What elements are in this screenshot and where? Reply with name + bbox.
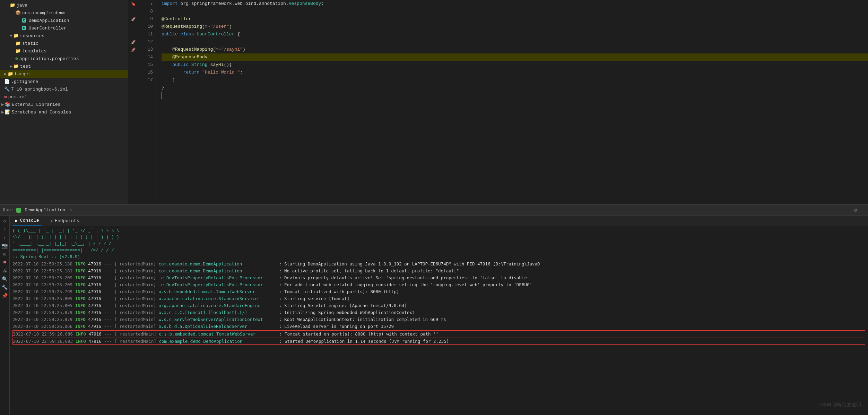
gutter-empty — [128, 31, 139, 38]
sidebar-item-target[interactable]: ▶ 📁 target — [0, 70, 128, 78]
sidebar-item-user-controller[interactable]: C UserController — [0, 24, 128, 32]
sidebar-item-label: UserController — [29, 26, 67, 31]
sidebar-item-templates[interactable]: 📁 templates — [0, 47, 128, 55]
endpoint-icon: ⚡ — [50, 218, 53, 224]
folder-icon: 📁 — [8, 71, 13, 77]
wrench-button[interactable]: 🔧 — [1, 284, 8, 291]
sidebar-item-package[interactable]: 📦 com.example.demo — [0, 9, 128, 17]
run-app-icon — [16, 208, 21, 213]
gutter-cursor — [128, 76, 139, 84]
banner-line-4: =========|_|==============|___/=/_/_/_/ — [12, 247, 865, 254]
scratch-icon: 📝 — [5, 109, 10, 115]
spring-banner: ( ( )\___ | '_ | '_| | '_ \/ _` | \ \ \ … — [12, 228, 865, 261]
scroll-down-button[interactable]: ↓ — [1, 234, 8, 241]
gutter-bookmark: 🔖 — [128, 0, 139, 8]
search-button[interactable]: 🔍 — [1, 276, 8, 282]
tab-console[interactable]: ▶ Console — [12, 217, 42, 226]
sidebar-item-label: .gitignore — [11, 79, 38, 84]
console-tabs: ▶ Console ⚡ Endpoints — [10, 216, 868, 226]
sidebar-item-label: templates — [22, 49, 46, 54]
log-line: 2022-07-10 22:59:25.209 INFO 47916 --- [… — [12, 274, 865, 281]
file-icon: 📄 — [4, 79, 10, 84]
sidebar-item-label: External Libraries — [12, 102, 60, 107]
sidebar-item-label: resources — [20, 33, 44, 39]
folder-icon: 📁 — [15, 48, 21, 54]
reload-button[interactable]: ↻ — [1, 217, 8, 224]
sidebar-item-test[interactable]: ▶ 📁 test — [0, 62, 128, 70]
stop-button[interactable]: ■ — [1, 259, 8, 266]
file-tree: 📁 java 📦 com.example.demo C DemoApplicat… — [0, 0, 128, 204]
log-line: 2022-07-10 22:59:25.879 INFO 47916 --- [… — [12, 316, 865, 323]
folder-icon: 📁 — [10, 2, 15, 8]
log-line: 2022-07-10 22:59:25.209 INFO 47916 --- [… — [12, 281, 865, 288]
expand-icon: ▶ — [1, 102, 4, 107]
code-content[interactable]: import org.springframework.web.bind.anno… — [156, 0, 868, 204]
class-icon: C — [22, 26, 26, 30]
banner-line-1: ( ( )\___ | '_ | '_| | '_ \/ _` | \ \ \ … — [12, 228, 865, 234]
code-line-17: } — [162, 76, 868, 84]
banner-line-5: :: Spring Boot :: (v2.6.9) — [12, 254, 865, 261]
file-icon: m — [4, 94, 7, 100]
log-line: 2022-07-10 22:59:25.879 INFO 47916 --- [… — [12, 309, 865, 316]
log-line: 2022-07-10 22:59:25.180 INFO 47916 --- [… — [12, 261, 865, 268]
run-bar: Run: DemoApplication × ⚙ — — [0, 205, 868, 216]
sidebar-item-java[interactable]: 📁 java — [0, 1, 128, 9]
gutter-empty — [128, 8, 139, 15]
code-line-9: @Controller — [162, 15, 868, 23]
log-line: 2022-07-10 22:59:25.181 INFO 47916 --- [… — [12, 268, 865, 274]
code-line-15: public String sayHi(){ — [162, 61, 868, 69]
sidebar-item-resources[interactable]: ▼ 📁 resources — [0, 32, 128, 40]
sidebar-item-label: java — [17, 3, 27, 8]
code-line-10: @RequestMapping(⊙~"/user") — [162, 23, 868, 31]
gutter-run[interactable]: 🚀 — [128, 15, 139, 23]
code-line-14: @ResponseBody — [162, 53, 868, 61]
gutter-empty — [128, 61, 139, 69]
tab-endpoints[interactable]: ⚡ Endpoints — [47, 217, 82, 225]
expand-icon: ▶ — [4, 71, 7, 77]
gutter-run[interactable]: 🚀 — [128, 38, 139, 46]
sidebar-item-label: static — [22, 41, 38, 46]
scroll-up-button[interactable]: ↑ — [1, 226, 8, 232]
expand-icon: ▶ — [1, 109, 4, 115]
code-line-7: import org.springframework.web.bind.anno… — [162, 0, 868, 8]
sidebar-item-app-properties[interactable]: ⚙ application.properties — [0, 55, 128, 62]
lib-icon: 📚 — [5, 102, 10, 107]
sidebar-item-demo-application[interactable]: C DemoApplication — [0, 17, 128, 24]
close-icon[interactable]: × — [69, 208, 72, 213]
code-line-13: @RequestMapping(⊙~"/sayhi") — [162, 46, 868, 53]
code-line-11: public class UserController { — [162, 31, 868, 38]
folder-icon: 📁 — [15, 41, 21, 46]
bottom-panel: Run: DemoApplication × ⚙ — ↻ ↑ ↓ 📷 ⊞ ■ 🖨… — [0, 205, 868, 415]
log-line: 2022-07-10 22:59:25.799 INFO 47916 --- [… — [12, 288, 865, 295]
sidebar-item-iml[interactable]: 🔧 7_10_springboot-6.iml — [0, 85, 128, 93]
sidebar-item-label: target — [15, 71, 31, 77]
log-container: 2022-07-10 22:59:25.180 INFO 47916 --- [… — [12, 261, 865, 345]
left-toolbar: ↻ ↑ ↓ 📷 ⊞ ■ 🖨 🔍 🔧 📌 — [0, 216, 10, 415]
log-line: 2022-07-10 22:59:26.086 INFO 47916 --- [… — [12, 330, 865, 337]
expand-icon: ▶ — [10, 63, 12, 69]
layout-button[interactable]: ⊞ — [1, 251, 8, 257]
print-button[interactable]: 🖨 — [1, 267, 8, 274]
sidebar-item-static[interactable]: 📁 static — [0, 40, 128, 47]
sidebar-item-ext-libs[interactable]: ▶ 📚 External Libraries — [0, 101, 128, 108]
settings-icon[interactable]: ⚙ — [854, 207, 857, 213]
code-line-8 — [162, 8, 868, 15]
run-label: Run: — [3, 208, 14, 213]
class-icon: C — [22, 18, 26, 23]
file-icon: 🔧 — [4, 86, 10, 92]
sidebar-item-label: com.example.demo — [22, 10, 66, 16]
gutter-run[interactable]: 🚀 — [128, 46, 139, 53]
pin-button[interactable]: 📌 — [1, 292, 8, 299]
sidebar-item-label: DemoApplication — [29, 18, 69, 23]
sidebar-item-label: 7_10_springboot-6.iml — [11, 87, 68, 92]
code-line-19: ​ — [162, 92, 868, 99]
code-editor: 🔖 🚀 🚀 🚀 7 8 9 10 11 12 13 14 — [128, 0, 868, 204]
sidebar-item-label: application.properties — [19, 56, 79, 61]
settings-file-icon: ⚙ — [15, 56, 18, 61]
sidebar-item-gitignore[interactable]: 📄 .gitignore — [0, 78, 128, 85]
sidebar-item-pom[interactable]: m pom.xml — [0, 93, 128, 101]
minimize-icon[interactable]: — — [863, 208, 865, 213]
sidebar-item-scratches[interactable]: ▶ 📝 Scratches and Consoles — [0, 108, 128, 116]
camera-button[interactable]: 📷 — [1, 242, 8, 249]
line-numbers: 7 8 9 10 11 12 13 14 15 16 17 — [139, 0, 156, 204]
